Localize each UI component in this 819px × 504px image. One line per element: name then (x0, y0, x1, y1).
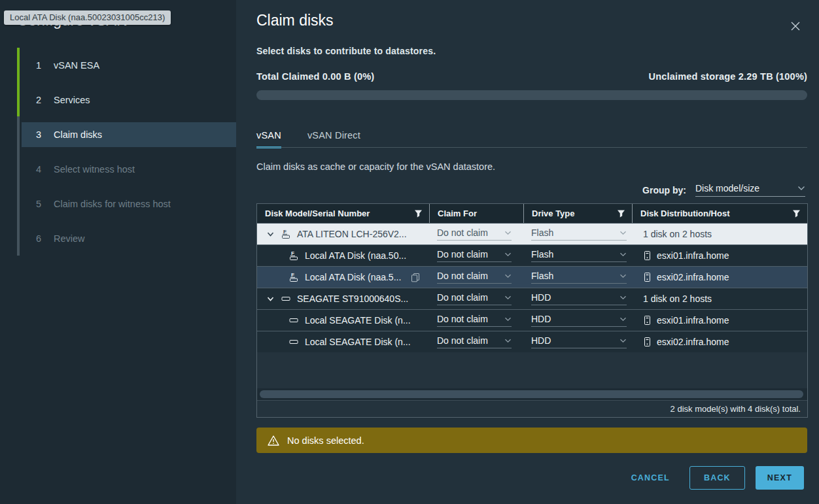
filter-icon[interactable] (617, 209, 625, 218)
group-by-value: Disk model/size (695, 183, 759, 193)
claim-for-select[interactable]: Do not claim (437, 249, 512, 262)
chevron-down-icon (619, 252, 627, 257)
chevron-down-icon (619, 295, 627, 300)
warning-icon (267, 435, 280, 446)
disk-distribution-value: 1 disk on 2 hosts (643, 294, 712, 304)
step-label: Claim disks for witness host (54, 199, 171, 209)
host-icon (643, 250, 651, 261)
tab-bar: vSAN vSAN Direct (256, 130, 360, 148)
page-title: Claim disks (256, 12, 334, 29)
drive-type-select[interactable]: Flash (531, 249, 627, 262)
table-row-group-seagate[interactable]: SEAGATE ST91000640S... Do not claim HDD … (257, 288, 807, 309)
claim-for-select[interactable]: Do not claim (437, 227, 512, 241)
claim-for-select[interactable]: Do not claim (437, 292, 512, 305)
disks-table: Disk Model/Serial Number Claim For Drive… (256, 203, 808, 418)
step-services[interactable]: 2 Services (0, 82, 236, 117)
drive-type-select[interactable]: Flash (531, 227, 627, 241)
chevron-down-icon (619, 339, 627, 343)
wizard-steps: 1 vSAN ESA 2 Services 3 Claim disks 4 Se… (0, 48, 236, 256)
disk-model-name: SEAGATE ST91000640S... (297, 294, 408, 304)
host-icon (643, 315, 651, 326)
table-row-seagate-esxi01[interactable]: Local SEAGATE Disk (n... Do not claim HD… (257, 309, 807, 331)
filter-icon[interactable] (792, 209, 801, 218)
disk-name: Local ATA Disk (naa.50... (305, 250, 406, 261)
flash-disk-icon: F (288, 272, 299, 282)
host-name: esxi02.infra.home (657, 337, 729, 347)
collapse-chevron-icon[interactable] (266, 230, 275, 239)
warning-text: No disks selected. (287, 435, 364, 446)
disk-name: Local ATA Disk (naa.5... (305, 272, 401, 282)
table-row-seagate-esxi02[interactable]: Local SEAGATE Disk (n... Do not claim HD… (257, 331, 807, 352)
close-icon[interactable] (789, 20, 802, 33)
group-by-control: Group by: Disk model/size (642, 183, 805, 197)
step-label: Review (54, 233, 85, 244)
step-number: 3 (36, 129, 47, 140)
claim-for-select[interactable]: Do not claim (437, 314, 512, 327)
drive-type-select[interactable]: HDD (531, 292, 627, 305)
horizontal-scrollbar (257, 388, 807, 400)
host-icon (643, 272, 651, 282)
step-claim-disks-witness[interactable]: 5 Claim disks for witness host (0, 186, 236, 221)
table-row-ata-esxi01[interactable]: F Local ATA Disk (naa.50... Do not claim… (257, 244, 807, 266)
tab-vsan-direct[interactable]: vSAN Direct (307, 130, 360, 148)
host-name: esxi01.infra.home (657, 315, 729, 326)
claim-disks-panel: Claim disks Select disks to contribute t… (236, 0, 819, 504)
disk-distribution-value: 1 disk on 2 hosts (643, 229, 712, 239)
drive-type-select[interactable]: HDD (531, 335, 627, 348)
step-review[interactable]: 6 Review (0, 221, 236, 256)
step-claim-disks[interactable]: 3 Claim disks (22, 122, 236, 147)
unclaimed-storage-label: Unclaimed storage 2.29 TB (100%) (648, 71, 807, 82)
step-label: Select witness host (54, 164, 135, 175)
tab-divider (256, 147, 807, 148)
page-subtitle: Select disks to contribute to datastores… (256, 46, 436, 56)
hdd-disk-icon (288, 315, 299, 326)
chevron-down-icon (504, 252, 512, 257)
filter-icon[interactable] (414, 209, 423, 218)
table-row-ata-esxi02[interactable]: F Local ATA Disk (naa.5... Do not claim … (257, 266, 807, 288)
cancel-button[interactable]: CANCEL (622, 467, 679, 489)
group-by-select[interactable]: Disk model/size (695, 183, 805, 197)
claim-for-select[interactable]: Do not claim (437, 271, 512, 284)
step-label: Claim disks (54, 129, 102, 140)
chevron-down-icon (504, 274, 512, 278)
step-number: 6 (36, 233, 47, 244)
col-disk-model: Disk Model/Serial Number (257, 204, 429, 223)
step-label: Services (54, 95, 90, 105)
step-number: 4 (36, 164, 47, 175)
claim-for-select[interactable]: Do not claim (437, 335, 512, 348)
svg-text:F: F (291, 272, 294, 278)
table-footer: 2 disk model(s) with 4 disk(s) total. (257, 400, 807, 417)
chevron-down-icon (619, 274, 627, 278)
collapse-chevron-icon[interactable] (266, 295, 275, 303)
drive-type-select[interactable]: Flash (531, 271, 627, 284)
total-claimed-label: Total Claimed 0.00 B (0%) (256, 71, 374, 82)
back-button[interactable]: BACK (689, 466, 745, 490)
step-select-witness-host[interactable]: 4 Select witness host (0, 152, 236, 186)
chevron-down-icon (504, 231, 512, 235)
col-drive-type: Drive Type (523, 204, 632, 223)
group-by-label: Group by: (642, 185, 686, 195)
svg-text:F: F (283, 229, 287, 235)
drive-type-select[interactable]: HDD (531, 314, 627, 327)
scrollbar-thumb[interactable] (260, 390, 803, 398)
tab-vsan[interactable]: vSAN (256, 130, 281, 148)
step-vsan-esa[interactable]: 1 vSAN ESA (0, 48, 236, 82)
hdd-disk-icon (288, 337, 299, 347)
table-empty-space (257, 352, 807, 388)
table-row-group-liteon[interactable]: F ATA LITEON LCH-256V2... Do not claim F… (257, 223, 807, 244)
host-name: esxi02.infra.home (657, 272, 729, 282)
chevron-down-icon (797, 186, 805, 191)
next-button[interactable]: NEXT (756, 466, 804, 490)
claim-stats: Total Claimed 0.00 B (0%) Unclaimed stor… (256, 71, 807, 82)
chevron-down-icon (504, 317, 512, 322)
col-claim-for: Claim For (429, 204, 523, 223)
step-number: 5 (36, 199, 47, 209)
table-header: Disk Model/Serial Number Claim For Drive… (257, 204, 807, 223)
copy-icon[interactable] (411, 273, 420, 282)
host-icon (643, 337, 651, 347)
chevron-down-icon (619, 231, 627, 235)
flash-disk-icon: F (288, 250, 299, 261)
host-name: esxi01.infra.home (657, 250, 729, 261)
step-label: vSAN ESA (54, 60, 99, 71)
svg-text:F: F (291, 250, 294, 256)
